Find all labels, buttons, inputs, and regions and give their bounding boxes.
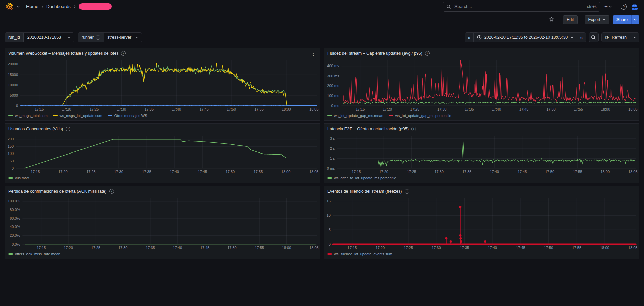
panel-vus: Usuarios Concurrentes (VUs) i 2001501005… xyxy=(5,123,320,183)
svg-text:17:35: 17:35 xyxy=(462,170,472,174)
legend-item[interactable]: Otros mensajes WS xyxy=(108,114,147,118)
svg-text:17:30: 17:30 xyxy=(437,107,447,111)
panel-title: Fluidez del stream – Gap entre updates (… xyxy=(327,51,422,56)
panel-legend: ws_msgs_total.sumws_msgs_lot_update.sumO… xyxy=(5,113,320,120)
refresh-interval-dropdown[interactable] xyxy=(630,33,639,42)
panel-legend: vus.max xyxy=(5,175,320,183)
svg-text:17:35: 17:35 xyxy=(460,246,469,250)
breadcrumb-home[interactable]: Home xyxy=(26,4,38,9)
legend-item[interactable]: offers_ack_miss_rate.mean xyxy=(8,252,60,256)
export-button[interactable]: Export xyxy=(585,15,609,24)
svg-text:18:00: 18:00 xyxy=(600,246,609,250)
svg-text:17:25: 17:25 xyxy=(91,246,101,250)
search-box[interactable]: ctrl+k xyxy=(443,2,600,12)
edit-button[interactable]: Edit xyxy=(563,15,578,24)
add-new-button[interactable]: + xyxy=(603,2,613,11)
time-controls: « 2026-02-10 17:11:35 to 2026-02-10 18:0… xyxy=(465,32,639,42)
svg-text:80.0%: 80.0% xyxy=(10,208,20,212)
legend-label: ws_lot_update_gap_ms.mean xyxy=(334,114,383,118)
info-icon[interactable]: i xyxy=(96,35,100,40)
chart-canvas[interactable]: 3 s2 s1 s0 ms17:1517:2017:2517:3017:3517… xyxy=(324,133,639,175)
legend-item[interactable]: ws_offer_to_lot_update_ms.percentile xyxy=(327,176,396,180)
time-shift-back-button[interactable]: « xyxy=(465,33,473,42)
panel-info-icon[interactable]: i xyxy=(66,127,70,131)
chart-canvas[interactable]: 100.0%80.0%60.0%40.0%20.0%0.0%17:1517:20… xyxy=(5,195,320,251)
svg-text:0: 0 xyxy=(329,242,331,246)
share-button[interactable]: Share xyxy=(613,15,631,24)
legend-item[interactable]: ws_msgs_lot_update.sum xyxy=(53,114,102,118)
legend-swatch xyxy=(108,115,112,116)
svg-text:5000: 5000 xyxy=(10,93,18,97)
legend-item[interactable]: vus.max xyxy=(8,176,29,180)
svg-text:17:30: 17:30 xyxy=(114,170,123,174)
variable-picker-run-id[interactable]: run_id 20260210-171853 xyxy=(5,32,74,42)
legend-label: offers_ack_miss_rate.mean xyxy=(15,252,60,256)
legend-item[interactable]: ws_lot_update_gap_ms.percentile xyxy=(389,114,451,118)
svg-text:18:05: 18:05 xyxy=(309,170,319,174)
panel-menu-kebab-icon[interactable]: ⋮ xyxy=(310,51,317,56)
time-shift-forward-button[interactable]: » xyxy=(577,33,585,42)
legend-label: ws_msgs_lot_update.sum xyxy=(60,114,102,118)
breadcrumb-current-redacted[interactable] xyxy=(79,3,112,10)
panel-title: Pérdida de confirmaciones de oferta (ACK… xyxy=(8,189,107,194)
chart-canvas[interactable]: 15105017:1517:2017:2517:3017:3517:4017:4… xyxy=(324,195,639,251)
svg-text:17:20: 17:20 xyxy=(376,246,385,250)
panel-title: Volumen WebSocket – Mensajes totales y u… xyxy=(8,51,118,56)
svg-text:17:35: 17:35 xyxy=(146,246,155,250)
chart-canvas[interactable]: 2000015000100005000017:1517:2017:2517:30… xyxy=(5,57,320,113)
time-range-picker[interactable]: 2026-02-10 17:11:35 to 2026-02-10 18:05:… xyxy=(474,33,578,42)
svg-text:200 ms: 200 ms xyxy=(327,84,339,88)
favorite-star-button[interactable] xyxy=(547,15,556,24)
legend-item[interactable]: ws_msgs_total.sum xyxy=(8,114,48,118)
share-dropdown-button[interactable] xyxy=(631,15,639,24)
svg-text:17:40: 17:40 xyxy=(492,107,501,111)
svg-text:18:00: 18:00 xyxy=(601,107,610,111)
export-label: Export xyxy=(588,17,600,22)
svg-text:18:05: 18:05 xyxy=(309,246,319,250)
panel-info-icon[interactable]: i xyxy=(411,127,416,131)
legend-item[interactable]: ws_lot_update_gap_ms.mean xyxy=(327,114,383,118)
plus-icon: + xyxy=(604,4,608,9)
svg-text:17:40: 17:40 xyxy=(488,246,497,250)
svg-text:2 s: 2 s xyxy=(330,146,335,150)
svg-text:17:25: 17:25 xyxy=(90,107,99,111)
breadcrumb-dashboards[interactable]: Dashboards xyxy=(46,4,71,9)
refresh-button[interactable]: ⟳ Refresh xyxy=(602,33,630,42)
legend-swatch xyxy=(389,115,393,116)
dashboard-controls: run_id 20260210-171853 runner i stress-s… xyxy=(0,26,644,42)
svg-text:200: 200 xyxy=(8,137,14,141)
svg-text:17:25: 17:25 xyxy=(410,107,420,111)
star-icon xyxy=(549,17,554,23)
zoom-out-time-button[interactable] xyxy=(589,32,599,42)
svg-text:60.0%: 60.0% xyxy=(10,216,20,220)
svg-text:17:30: 17:30 xyxy=(117,107,126,111)
variable-value: 20260210-171853 xyxy=(27,35,61,40)
panel-header: Pérdida de confirmaciones de oferta (ACK… xyxy=(5,186,320,195)
panel-info-icon[interactable]: i xyxy=(405,189,409,194)
chart-canvas[interactable]: 20015010050017:1517:2017:2517:3017:3517:… xyxy=(5,133,320,175)
legend-item[interactable]: ws_silence_lot_update_events.sum xyxy=(327,252,392,256)
panel-info-icon[interactable]: i xyxy=(425,51,430,56)
svg-text:17:55: 17:55 xyxy=(254,107,264,111)
panel-info-icon[interactable]: i xyxy=(121,51,126,56)
panel-info-icon[interactable]: i xyxy=(109,189,114,194)
chevron-down-icon xyxy=(67,36,71,39)
help-button[interactable]: ? xyxy=(619,2,628,11)
nav-left: Home Dashboards xyxy=(5,2,112,11)
search-input[interactable] xyxy=(454,4,584,9)
svg-text:0 ms: 0 ms xyxy=(327,166,335,170)
refresh-button-group: ⟳ Refresh xyxy=(601,32,639,42)
divider xyxy=(616,4,616,10)
grafana-logo[interactable] xyxy=(5,2,14,11)
svg-text:18:05: 18:05 xyxy=(309,107,319,111)
svg-text:17:30: 17:30 xyxy=(118,246,128,250)
org-switcher-chevron-icon[interactable] xyxy=(17,5,20,8)
chevron-down-icon xyxy=(602,18,606,21)
panel-header: Volumen WebSocket – Mensajes totales y u… xyxy=(5,48,320,57)
legend-label: Otros mensajes WS xyxy=(114,114,147,118)
variable-picker-runner[interactable]: runner i stress-server xyxy=(78,32,142,42)
user-avatar[interactable] xyxy=(631,3,639,11)
svg-text:15: 15 xyxy=(327,199,331,203)
search-shortcut: ctrl+k xyxy=(587,4,597,9)
chart-canvas[interactable]: 400 ms300 ms200 ms100 ms0 ms17:1517:2017… xyxy=(324,57,639,113)
